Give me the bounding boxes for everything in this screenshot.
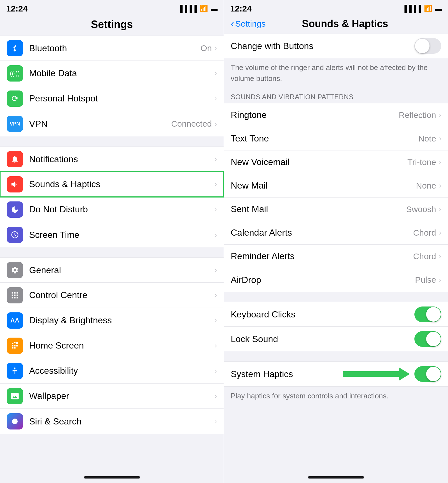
ringtone-label: Ringtone [231, 110, 399, 120]
right-content: Change with Buttons The volume of the ri… [224, 34, 448, 472]
system-haptics-label: System Haptics [231, 369, 343, 379]
system-haptics-toggle[interactable] [414, 366, 441, 382]
settings-row-personal-hotspot[interactable]: ⟳ Personal Hotspot › [0, 86, 224, 111]
back-button[interactable]: ‹ Settings [231, 18, 265, 30]
accessibility-chevron: › [214, 366, 217, 375]
sent-mail-row[interactable]: Sent Mail Swoosh › [224, 198, 448, 221]
left-status-bar: 12:24 ▐▐▐▐ 📶 ▬ [0, 0, 224, 16]
sounds-haptics-chevron: › [214, 180, 217, 189]
text-tone-chevron: › [439, 134, 441, 143]
right-status-icons: ▐▐▐▐ 📶 ▬ [402, 5, 442, 13]
text-tone-value: Note [418, 134, 436, 143]
settings-row-vpn[interactable]: VPN VPN Connected › [0, 111, 224, 136]
settings-row-display-brightness[interactable]: AA Display & Brightness › [0, 308, 224, 333]
change-with-buttons-row[interactable]: Change with Buttons [224, 34, 448, 58]
settings-row-wallpaper[interactable]: Wallpaper › [0, 384, 224, 409]
back-chevron-icon: ‹ [231, 18, 234, 30]
do-not-disturb-chevron: › [214, 205, 217, 214]
system-haptics-row[interactable]: System Haptics [224, 362, 448, 386]
right-time: 12:24 [230, 4, 252, 13]
new-mail-chevron: › [439, 181, 441, 190]
new-mail-row[interactable]: New Mail None › [224, 174, 448, 198]
airdrop-row[interactable]: AirDrop Pulse › [224, 268, 448, 292]
home-screen-label: Home Screen [29, 340, 214, 351]
do-not-disturb-icon [7, 201, 23, 218]
new-voicemail-row[interactable]: New Voicemail Tri-tone › [224, 150, 448, 174]
new-mail-label: New Mail [231, 180, 416, 191]
calendar-alerts-value: Chord [413, 228, 436, 238]
keyboard-clicks-row[interactable]: Keyboard Clicks [224, 302, 448, 327]
ringtone-chevron: › [439, 111, 441, 119]
display-brightness-chevron: › [214, 316, 217, 325]
settings-row-control-centre[interactable]: Control Centre › [0, 283, 224, 308]
airdrop-chevron: › [439, 276, 441, 284]
settings-row-home-screen[interactable]: Home Screen › [0, 333, 224, 358]
right-status-bar: 12:24 ▐▐▐▐ 📶 ▬ [224, 0, 448, 16]
signal-icon: ▐▐▐▐ [178, 5, 197, 13]
screen-time-label: Screen Time [29, 230, 214, 240]
settings-row-accessibility[interactable]: Accessibility › [0, 358, 224, 384]
settings-row-siri-search[interactable]: Siri & Search › [0, 409, 224, 434]
reminder-alerts-label: Reminder Alerts [231, 251, 413, 261]
settings-row-screen-time[interactable]: Screen Time › [0, 222, 224, 247]
home-screen-chevron: › [214, 341, 217, 350]
wallpaper-label: Wallpaper [29, 391, 214, 401]
new-voicemail-value: Tri-tone [407, 157, 436, 167]
bluetooth-label: Bluetooth [29, 43, 200, 54]
lock-sound-row[interactable]: Lock Sound [224, 327, 448, 351]
settings-row-mobile-data[interactable]: ((·)) Mobile Data › [0, 61, 224, 86]
svg-point-0 [14, 367, 16, 369]
right-panel: 12:24 ▐▐▐▐ 📶 ▬ ‹ Settings Sounds & Hapti… [224, 0, 448, 483]
settings-row-bluetooth[interactable]: Bluetooth On › [0, 36, 224, 61]
text-tone-label: Text Tone [231, 133, 418, 144]
settings-row-sounds-haptics[interactable]: Sounds & Haptics › [0, 172, 224, 197]
mobile-data-icon: ((·)) [7, 65, 23, 82]
right-battery-icon: ▬ [435, 5, 442, 13]
sounds-vibration-header: SOUNDS AND VIBRATION PATTERNS [224, 89, 448, 103]
text-tone-row[interactable]: Text Tone Note › [224, 127, 448, 150]
siri-search-label: Siri & Search [29, 416, 214, 427]
sounds-haptics-label: Sounds & Haptics [29, 179, 214, 189]
do-not-disturb-label: Do Not Disturb [29, 204, 214, 215]
ringtone-row[interactable]: Ringtone Reflection › [224, 103, 448, 127]
nav-bar: ‹ Settings Sounds & Haptics [224, 16, 448, 34]
vpn-chevron: › [214, 120, 217, 128]
change-with-buttons-label: Change with Buttons [231, 41, 414, 51]
left-panel-title: Settings [0, 16, 224, 36]
green-arrow-annotation [343, 367, 410, 381]
calendar-alerts-label: Calendar Alerts [231, 227, 413, 238]
control-centre-label: Control Centre [29, 290, 214, 300]
wifi-icon: 📶 [200, 5, 208, 13]
airdrop-label: AirDrop [231, 275, 415, 285]
wallpaper-icon [7, 388, 23, 404]
settings-row-general[interactable]: General › [0, 257, 224, 283]
bluetooth-chevron: › [214, 44, 217, 53]
calendar-alerts-row[interactable]: Calendar Alerts Chord › [224, 221, 448, 245]
control-centre-chevron: › [214, 291, 217, 299]
right-signal-icon: ▐▐▐▐ [402, 5, 421, 13]
calendar-alerts-chevron: › [439, 228, 441, 237]
vpn-icon: VPN [7, 116, 23, 132]
left-time: 12:24 [6, 4, 28, 13]
display-brightness-icon: AA [7, 312, 23, 329]
notifications-icon [7, 151, 23, 167]
system-haptics-section: System Haptics [224, 361, 448, 387]
general-icon [7, 262, 23, 278]
system-haptics-knob [426, 367, 441, 381]
bluetooth-icon [7, 40, 23, 56]
left-status-icons: ▐▐▐▐ 📶 ▬ [178, 5, 218, 13]
keyboard-clicks-knob [426, 307, 441, 322]
accessibility-label: Accessibility [29, 366, 214, 376]
mobile-data-label: Mobile Data [29, 68, 214, 78]
keyboard-clicks-toggle[interactable] [414, 306, 441, 322]
settings-row-notifications[interactable]: Notifications › [0, 147, 224, 172]
change-with-buttons-toggle[interactable] [414, 38, 441, 54]
airdrop-value: Pulse [415, 275, 436, 285]
lock-sound-toggle[interactable] [414, 331, 441, 347]
home-screen-icon [7, 338, 23, 354]
settings-list: Bluetooth On › ((·)) Mobile Data › ⟳ Per… [0, 36, 224, 472]
screen-time-icon [7, 227, 23, 243]
control-centre-icon [7, 287, 23, 303]
reminder-alerts-row[interactable]: Reminder Alerts Chord › [224, 245, 448, 268]
settings-row-do-not-disturb[interactable]: Do Not Disturb › [0, 197, 224, 222]
